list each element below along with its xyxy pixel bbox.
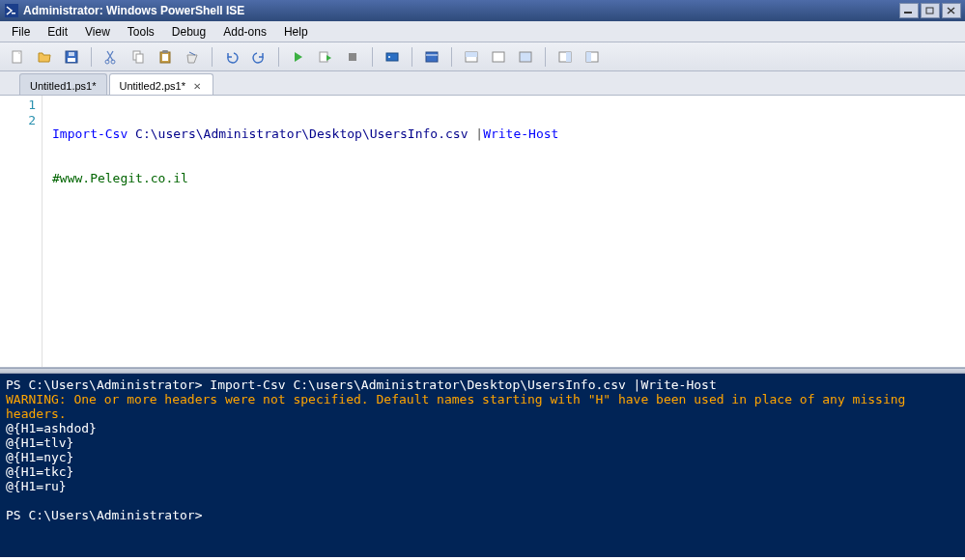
code-line: Import-Csv C:\users\Administrator\Deskto… [52, 126, 965, 142]
remote-icon[interactable] [381, 45, 404, 69]
toolbar-separator [212, 47, 213, 67]
line-gutter: 1 2 [0, 96, 43, 367]
editor-tabstrip: Untitled1.ps1* Untitled2.ps1* ✕ [0, 71, 965, 95]
toolbar-separator [372, 47, 373, 67]
console-prompt: PS C:\Users\Administrator> [6, 508, 959, 522]
console-output: @{H1=tlv} [6, 435, 959, 450]
window-controls [899, 3, 961, 18]
layout-split-icon[interactable] [460, 45, 483, 69]
svg-rect-7 [69, 52, 74, 56]
tab-label: Untitled1.ps1* [30, 80, 97, 92]
layout-console-icon[interactable] [514, 45, 537, 69]
console-blank [6, 493, 959, 508]
console-pane[interactable]: PS C:\Users\Administrator> Import-Csv C:… [0, 374, 965, 557]
new-tab-icon[interactable] [420, 45, 443, 69]
svg-rect-11 [136, 54, 143, 63]
show-command-icon[interactable] [553, 45, 577, 69]
save-icon[interactable] [60, 45, 83, 69]
menu-debug[interactable]: Debug [164, 23, 213, 41]
toolbar-separator [451, 47, 452, 67]
close-button[interactable] [942, 3, 961, 18]
run-selection-icon[interactable] [314, 45, 337, 69]
close-tab-icon[interactable]: ✕ [191, 80, 203, 92]
layout-script-icon[interactable] [487, 45, 510, 69]
tab-label: Untitled2.ps1* [120, 80, 186, 92]
new-file-icon[interactable] [6, 45, 29, 69]
svg-rect-3 [926, 8, 933, 14]
clear-icon[interactable] [181, 45, 204, 69]
toolbar-separator [91, 47, 92, 67]
menu-edit[interactable]: Edit [40, 23, 75, 41]
svg-rect-27 [586, 52, 591, 62]
title-bar: Administrator: Windows PowerShell ISE [0, 0, 965, 21]
toolbar [0, 42, 965, 71]
redo-icon[interactable] [247, 45, 270, 69]
console-output: @{H1=nyc} [6, 450, 959, 464]
svg-rect-19 [426, 52, 438, 62]
menu-view[interactable]: View [77, 23, 118, 41]
console-output: @{H1=ru} [6, 479, 959, 493]
svg-rect-15 [320, 52, 327, 62]
code-area[interactable]: Import-Csv C:\users\Administrator\Deskto… [43, 96, 965, 367]
svg-rect-13 [162, 54, 168, 61]
svg-rect-21 [466, 52, 477, 57]
undo-icon[interactable] [220, 45, 243, 69]
console-output: @{H1=tkc} [6, 464, 959, 479]
cut-icon[interactable] [99, 45, 123, 69]
toolbar-separator [412, 47, 412, 67]
minimize-button[interactable] [899, 3, 919, 18]
svg-rect-23 [520, 52, 531, 62]
console-warning: WARNING: One or more headers were not sp… [6, 392, 959, 421]
tab-untitled1[interactable]: Untitled1.ps1* [19, 73, 107, 95]
toolbar-separator [545, 47, 546, 67]
svg-rect-16 [349, 53, 356, 61]
console-output: @{H1=ashdod} [6, 421, 959, 435]
show-addon-icon[interactable] [581, 45, 604, 69]
copy-icon[interactable] [127, 45, 150, 69]
maximize-button[interactable] [921, 3, 940, 18]
svg-rect-25 [566, 52, 571, 62]
toolbar-separator [278, 47, 279, 67]
menu-help[interactable]: Help [276, 23, 316, 41]
paste-icon[interactable] [154, 45, 177, 69]
stop-icon[interactable] [341, 45, 364, 69]
code-line: #www.Pelegit.co.il [52, 171, 965, 186]
run-script-icon[interactable] [287, 45, 310, 69]
tab-untitled2[interactable]: Untitled2.ps1* ✕ [109, 73, 214, 95]
app-icon [4, 3, 19, 18]
menu-addons[interactable]: Add-ons [215, 23, 274, 41]
svg-point-18 [388, 56, 390, 58]
menu-bar: File Edit View Tools Debug Add-ons Help [0, 21, 965, 42]
open-icon[interactable] [33, 45, 56, 69]
menu-file[interactable]: File [4, 23, 38, 41]
svg-rect-2 [904, 12, 912, 14]
window-title: Administrator: Windows PowerShell ISE [23, 4, 899, 17]
svg-rect-14 [162, 50, 168, 53]
svg-rect-6 [68, 58, 75, 62]
console-line: PS C:\Users\Administrator> Import-Csv C:… [6, 378, 959, 392]
script-editor[interactable]: 1 2 Import-Csv C:\users\Administrator\De… [0, 95, 965, 368]
menu-tools[interactable]: Tools [120, 23, 162, 41]
line-number: 1 [0, 98, 36, 113]
line-number: 2 [0, 113, 36, 128]
svg-rect-17 [386, 53, 398, 61]
svg-rect-1 [12, 13, 15, 14]
svg-rect-22 [493, 52, 504, 62]
